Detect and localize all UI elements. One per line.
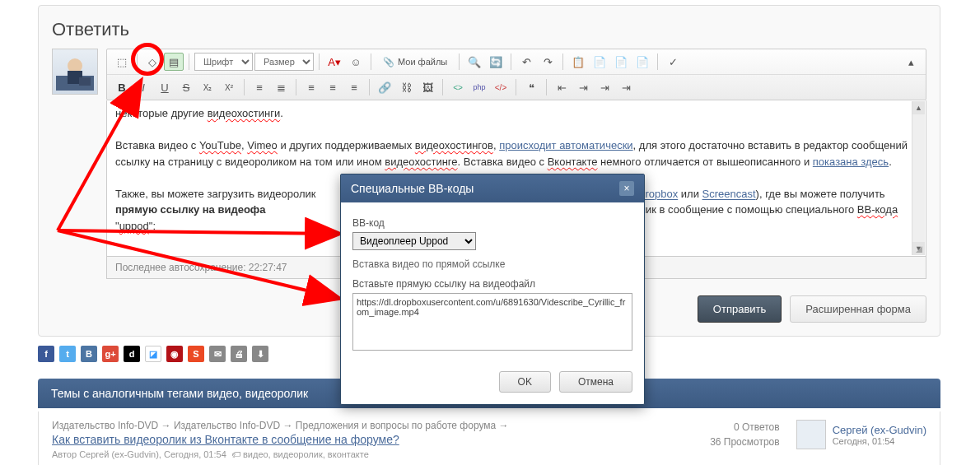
indent3-icon[interactable]: ⇥ <box>616 78 636 96</box>
dialog-cancel-button[interactable]: Отмена <box>559 371 632 393</box>
indent-icon[interactable]: ⇥ <box>573 78 593 96</box>
svg-rect-3 <box>79 77 91 86</box>
paste-plain-icon[interactable]: 📄 <box>611 53 631 71</box>
digg-icon[interactable]: d <box>124 346 140 362</box>
paste-word-icon[interactable]: 📄 <box>632 53 652 71</box>
facebook-icon[interactable]: f <box>38 346 54 362</box>
collapse-icon[interactable]: ▴ <box>901 53 921 71</box>
share-bar: f t B g+ d ◪ ◉ S ✉ 🖨 ⬇ <box>38 346 268 362</box>
email-icon[interactable]: ✉ <box>209 346 226 362</box>
twitter-icon[interactable]: t <box>59 346 76 362</box>
align-center-icon[interactable]: ≡ <box>323 78 343 96</box>
advanced-button[interactable]: Расширенная форма <box>790 295 926 323</box>
bold-icon[interactable]: B <box>112 78 132 96</box>
reply-title: Ответить <box>52 19 926 40</box>
resize-handle[interactable] <box>912 243 924 254</box>
outdent-icon[interactable]: ⇤ <box>552 78 572 96</box>
quote-icon[interactable]: ❝ <box>521 78 541 96</box>
ol-icon[interactable]: ≣ <box>271 78 291 96</box>
superscript-icon[interactable]: X² <box>219 78 239 96</box>
gplus-icon[interactable]: g+ <box>102 346 119 362</box>
download-icon[interactable]: ⬇ <box>252 346 268 362</box>
size-select[interactable]: Размер <box>254 53 314 71</box>
dialog-hint: Вставка видео по прямой ссылке <box>352 258 632 270</box>
code-icon[interactable]: <> <box>448 78 468 96</box>
delicious-icon[interactable]: ◪ <box>145 346 161 362</box>
similar-topic-link[interactable]: Как вставить видеоролик из Вконтакте в с… <box>52 433 693 446</box>
vk-icon[interactable]: B <box>81 346 97 362</box>
special-bbcode-icon[interactable]: ▤ <box>164 53 184 71</box>
editor-toolbar: ⬚ ◇ ▤ Шрифт Размер A▾ ☺ 📎 Мои файлы 🔍 🔄 <box>106 49 926 100</box>
dialog-close-icon[interactable]: × <box>619 181 634 196</box>
stumble-icon[interactable]: S <box>188 346 204 362</box>
image-icon[interactable]: 🖼 <box>418 78 437 96</box>
user-avatar <box>52 49 98 95</box>
subscript-icon[interactable]: X₂ <box>198 78 217 96</box>
bbcode-label: BB-код <box>352 217 632 229</box>
align-right-icon[interactable]: ≡ <box>344 78 364 96</box>
similar-topic-row: Издательство Info-DVD → Издательство Inf… <box>38 412 940 465</box>
unlink-icon[interactable]: ⛓ <box>396 78 416 96</box>
italic-icon[interactable]: I <box>133 78 153 96</box>
print-icon[interactable]: 🖨 <box>231 346 247 362</box>
url-textarea[interactable] <box>352 293 632 351</box>
breadcrumb: Издательство Info-DVD → Издательство Inf… <box>52 420 693 431</box>
bbcode-dialog: Специальные BB-коды × BB-код Видеоплеер … <box>340 174 645 405</box>
mini-avatar <box>796 420 826 449</box>
editor-scrollbar[interactable]: ▲ ▼ <box>912 101 925 255</box>
screencast-link[interactable]: Screencast <box>702 188 756 200</box>
eraser-icon[interactable]: ◇ <box>142 53 162 71</box>
submit-button[interactable]: Отправить <box>698 295 782 323</box>
last-poster-link[interactable]: Сергей (ex-Gudvin) <box>833 424 926 436</box>
html-icon[interactable]: </> <box>491 78 511 96</box>
spellcheck-icon[interactable]: ✓ <box>663 53 683 71</box>
font-color-icon[interactable]: A▾ <box>324 53 344 71</box>
indent2-icon[interactable]: ⇥ <box>595 78 614 96</box>
bbcode-select[interactable]: Видеоплеер Uppod <box>352 232 476 250</box>
php-icon[interactable]: php <box>469 78 489 96</box>
underline-icon[interactable]: U <box>155 78 175 96</box>
last-post-date: Сегодня, 01:54 <box>833 436 926 446</box>
align-left-icon[interactable]: ≡ <box>301 78 321 96</box>
dialog-title: Специальные BB-коды <box>351 182 474 195</box>
find-icon[interactable]: 🔍 <box>464 53 484 71</box>
copy-icon[interactable]: 📋 <box>568 53 588 71</box>
redo-icon[interactable]: ↷ <box>538 53 558 71</box>
undo-icon[interactable]: ↶ <box>516 53 536 71</box>
replace-icon[interactable]: 🔄 <box>486 53 506 71</box>
ul-icon[interactable]: ≡ <box>250 78 269 96</box>
paste-icon[interactable]: 📄 <box>590 53 609 71</box>
smiley-icon[interactable]: ☺ <box>346 53 366 71</box>
dialog-ok-button[interactable]: OK <box>499 371 551 393</box>
shown-link[interactable]: показана здесь <box>813 156 889 168</box>
font-select[interactable]: Шрифт <box>194 53 253 71</box>
auto-link[interactable]: происходит автоматически <box>499 139 632 151</box>
reddit-icon[interactable]: ◉ <box>166 346 183 362</box>
scroll-up-icon[interactable]: ▲ <box>912 101 925 114</box>
myfiles-button[interactable]: 📎 Мои файлы <box>376 53 454 71</box>
link-icon[interactable]: 🔗 <box>375 78 394 96</box>
toggle-mode-icon[interactable]: ⬚ <box>112 53 132 71</box>
topic-stats: 0 Ответов 36 Просмотров <box>710 420 780 449</box>
url-label: Вставьте прямую ссылку на видеофайл <box>352 278 632 290</box>
strike-icon[interactable]: S <box>176 78 196 96</box>
